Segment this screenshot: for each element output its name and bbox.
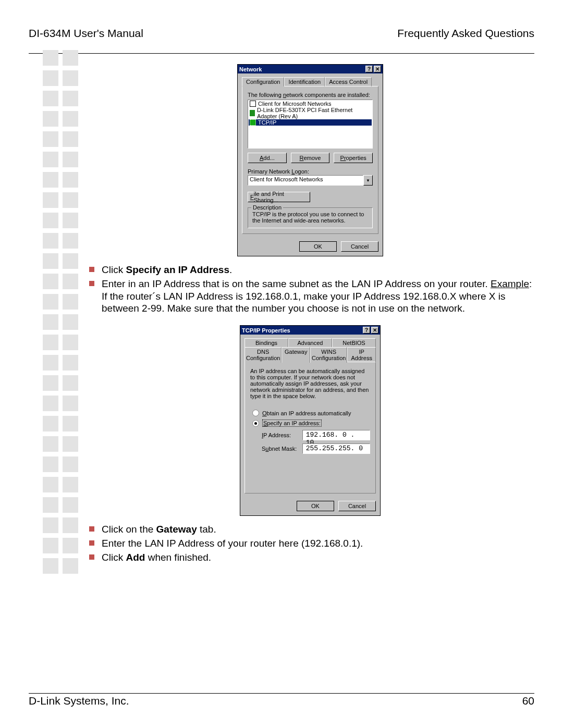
radio-icon: [252, 420, 259, 427]
network-dialog-title: Network: [239, 66, 364, 72]
network-dialog: Network ? ✕ Configuration Identification…: [237, 64, 383, 256]
network-dialog-titlebar: Network ? ✕: [238, 65, 383, 73]
tab-bindings[interactable]: Bindings: [244, 338, 288, 347]
tcpip-intro-text: An IP address can be automatically assig…: [250, 368, 370, 399]
description-group: Description TCP/IP is the protocol you u…: [248, 207, 373, 228]
bullet-enter-ip: Enter in an IP Address that is on the sa…: [86, 278, 534, 315]
remove-button[interactable]: Remove: [291, 153, 330, 163]
ok-button[interactable]: OK: [299, 241, 337, 252]
protocol-icon: [250, 119, 256, 126]
header-rule: [29, 53, 534, 54]
help-button[interactable]: ?: [365, 66, 373, 72]
footer-left: D-Link Systems, Inc.: [29, 695, 129, 707]
radio-icon: [252, 410, 259, 416]
client-icon: [250, 101, 256, 107]
tab-netbios[interactable]: NetBIOS: [332, 338, 376, 347]
tab-advanced[interactable]: Advanced: [288, 338, 332, 347]
tab-identification[interactable]: Identification: [284, 77, 325, 87]
tab-dns[interactable]: DNS Configuration: [244, 347, 282, 363]
description-group-title: Description: [251, 204, 283, 211]
radio-obtain-auto[interactable]: Obtain an IP address automatically: [252, 410, 370, 416]
components-label: The following network components are ins…: [248, 92, 373, 98]
primary-logon-select[interactable]: Client for Microsoft Networks ▼: [248, 175, 373, 186]
bullet-specify-ip: Click Specify an IP Address.: [86, 264, 534, 276]
components-listbox[interactable]: Client for Microsoft Networks D-Link DFE…: [248, 100, 373, 149]
radio-obtain-auto-label: Obtain an IP address automatically: [262, 410, 351, 416]
cancel-button[interactable]: Cancel: [341, 241, 378, 252]
footer-rule: [29, 693, 534, 694]
cancel-button[interactable]: Cancel: [338, 501, 376, 511]
tab-gateway[interactable]: Gateway: [282, 347, 310, 363]
subnet-mask-label: Subnet Mask:: [262, 446, 298, 452]
ip-address-field[interactable]: 192.168. 0 . 10: [302, 430, 370, 440]
tab-access-control[interactable]: Access Control: [325, 77, 372, 87]
primary-logon-value: Client for Microsoft Networks: [248, 175, 363, 186]
decorative-sidebar: [43, 50, 78, 574]
properties-button[interactable]: Properties: [334, 153, 373, 163]
tcpip-dialog-titlebar: TCP/IP Properties ? ✕: [240, 326, 380, 335]
primary-logon-label: Primary Network Logon:: [248, 168, 373, 175]
bullet-click-gateway: Click on the Gateway tab.: [86, 523, 534, 536]
list-item-adapter[interactable]: D-Link DFE-530TX PCI Fast Ethernet Adapt…: [249, 107, 372, 119]
description-text: TCP/IP is the protocol you use to connec…: [252, 211, 368, 224]
ip-address-label: IP Address:: [262, 432, 298, 438]
radio-specify-ip-label: Specify an IP address:: [262, 419, 322, 427]
radio-specify-ip[interactable]: Specify an IP address:: [252, 419, 370, 427]
close-button[interactable]: ✕: [371, 327, 378, 334]
tab-configuration[interactable]: Configuration: [242, 77, 284, 87]
tcpip-dialog-title: TCP/IP Properties: [242, 327, 362, 334]
list-item-tcpip[interactable]: TCP/IP: [249, 119, 372, 126]
adapter-icon: [250, 110, 255, 116]
bullet-list-upper: Click Specify an IP Address. Enter in an…: [86, 264, 534, 315]
help-button[interactable]: ?: [363, 327, 370, 334]
header-right: Frequently Asked Questions: [397, 27, 534, 40]
footer-right: 60: [522, 695, 534, 707]
chevron-down-icon[interactable]: ▼: [363, 175, 373, 186]
file-print-sharing-button[interactable]: File and Print Sharing...: [248, 192, 310, 202]
ok-button[interactable]: OK: [297, 501, 334, 511]
add-button[interactable]: Add...: [248, 153, 287, 163]
tcpip-dialog: TCP/IP Properties ? ✕ Bindings Advanced …: [240, 325, 381, 516]
subnet-mask-row: Subnet Mask: 255.255.255. 0: [250, 443, 370, 454]
list-item-client[interactable]: Client for Microsoft Networks: [249, 101, 372, 107]
bullet-list-lower: Click on the Gateway tab. Enter the LAN …: [86, 523, 534, 563]
tab-wins[interactable]: WINS Configuration: [310, 347, 347, 363]
ip-address-row: IP Address: 192.168. 0 . 10: [250, 430, 370, 440]
bullet-enter-lan-ip: Enter the LAN IP Address of your router …: [86, 537, 534, 550]
close-button[interactable]: ✕: [374, 66, 381, 72]
bullet-click-add: Click Add when finished.: [86, 551, 534, 564]
subnet-mask-field[interactable]: 255.255.255. 0: [302, 443, 370, 454]
header-left: DI-634M User's Manual: [29, 27, 143, 40]
tab-ip-address[interactable]: IP Address: [347, 347, 376, 363]
